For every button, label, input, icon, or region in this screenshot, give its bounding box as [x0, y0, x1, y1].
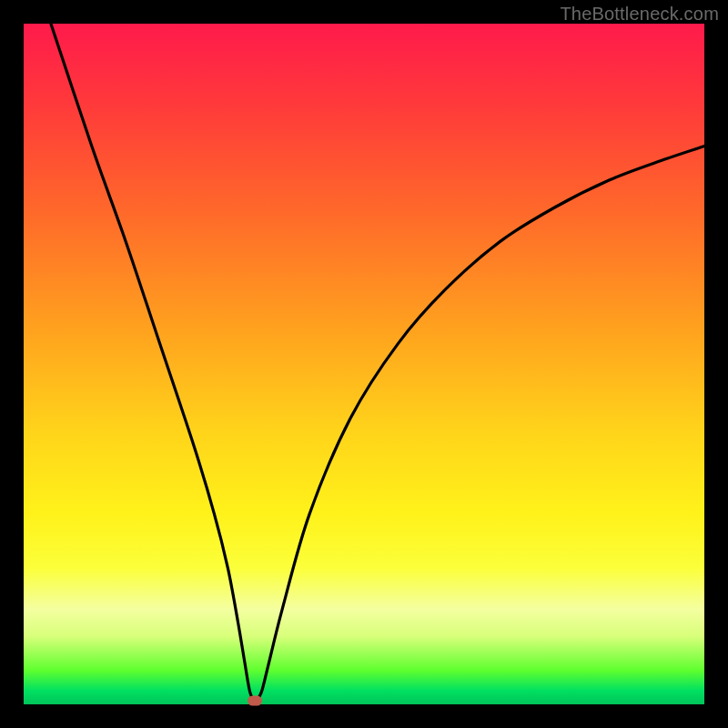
watermark-text: TheBottleneck.com: [560, 4, 719, 25]
plot-area: [24, 24, 704, 704]
bottleneck-curve: [24, 24, 704, 704]
chart-frame: TheBottleneck.com: [0, 0, 728, 728]
curve-path: [51, 24, 704, 703]
optimal-marker: [248, 696, 262, 706]
